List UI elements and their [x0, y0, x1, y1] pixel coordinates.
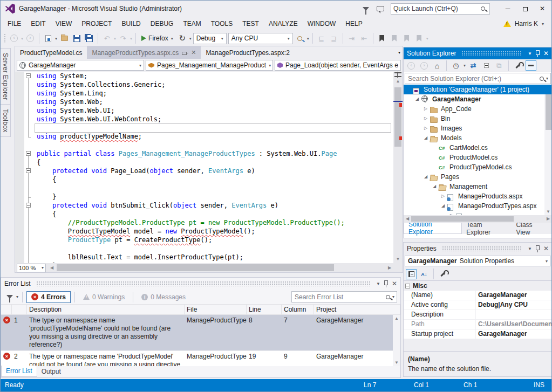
properties-icon[interactable]	[513, 60, 523, 71]
tree-item[interactable]: ◢GarageManager	[404, 94, 552, 104]
save-icon[interactable]	[71, 33, 82, 44]
toolbox-tab[interactable]: Toolbox	[1, 104, 11, 137]
collapse-all-icon[interactable]	[481, 60, 492, 71]
menu-project[interactable]: PROJECT	[77, 17, 117, 31]
filter-icon[interactable]	[6, 295, 13, 299]
save-all-icon[interactable]	[84, 33, 94, 44]
scroll-left-icon[interactable]: ◀	[404, 215, 411, 223]
pin-icon[interactable]	[535, 245, 540, 252]
feedback-icon[interactable]	[377, 6, 384, 11]
property-row[interactable]: PathC:\Users\User\Documen	[404, 320, 552, 329]
collapsed-icon[interactable]: ▷	[423, 106, 428, 111]
collapsed-icon[interactable]: ▷	[423, 126, 428, 130]
code-line-18[interactable]: //ProductTypeModel.ProductType pt = new …	[15, 218, 393, 227]
outdent-icon[interactable]: ⇤	[359, 33, 370, 44]
property-row[interactable]: (Name)GarageManager	[404, 291, 552, 300]
scroll-down-icon[interactable]: ▼	[393, 257, 403, 262]
code-line-7[interactable]	[15, 123, 393, 132]
navigate-forward-icon[interactable]: ›	[25, 33, 36, 44]
platform-dropdown[interactable]: Any CPU ▾	[228, 33, 293, 44]
fold-minus-icon[interactable]	[26, 151, 31, 156]
find-dropdown-icon[interactable]: ▾	[307, 36, 309, 41]
collapse-category-icon[interactable]	[405, 284, 410, 288]
code-line-19[interactable]: ProductTypeModel model = new ProductType…	[15, 227, 393, 236]
document-tab[interactable]: ManageProductTypes.aspx.cs✕	[87, 46, 201, 59]
menu-help[interactable]: HELP	[340, 17, 367, 31]
toolbar-grip[interactable]	[4, 33, 6, 43]
error-list-search-input[interactable]	[292, 293, 386, 301]
previous-bookmark-icon[interactable]	[389, 33, 400, 44]
toolbar-overflow-icon[interactable]: ▾	[426, 36, 428, 41]
start-debugging-button[interactable]: Firefox ▾	[139, 32, 175, 44]
close-icon[interactable]: ✕	[543, 50, 549, 57]
minimize-button[interactable]: ─	[500, 3, 516, 15]
home-icon[interactable]: ⌂	[432, 60, 442, 71]
configuration-dropdown[interactable]: Debug ▾	[193, 33, 227, 44]
scroll-right-icon[interactable]: ▶	[386, 263, 393, 272]
fold-minus-icon[interactable]	[26, 203, 31, 208]
clear-bookmarks-icon[interactable]	[414, 33, 425, 44]
new-file-icon[interactable]	[43, 33, 53, 44]
error-list-title-bar[interactable]: Error List ▼ ✕	[1, 278, 400, 290]
code-line-20[interactable]: ProductType pt = CreateProductType();	[15, 236, 393, 244]
close-icon[interactable]: ✕	[392, 280, 397, 287]
split-window-handle[interactable]	[394, 72, 401, 77]
menu-debug[interactable]: DEBUG	[146, 17, 179, 31]
copy-icon[interactable]: ⧉	[494, 60, 505, 71]
refresh-icon[interactable]: ↻	[177, 33, 188, 44]
tree-item[interactable]: C#ProductTypeModel.cs	[404, 162, 552, 172]
scroll-down-icon[interactable]: ▼	[393, 360, 400, 365]
tree-item[interactable]: ▷App_Code	[404, 104, 552, 114]
menu-file[interactable]: FILE	[3, 17, 26, 31]
solution-explorer-search-input[interactable]	[405, 75, 540, 82]
code-line-22[interactable]: lblResult.Text = model.InsertProductType…	[15, 253, 393, 262]
code-line-12[interactable]: protected void Page_Load(object sender, …	[15, 167, 393, 175]
code-line-6[interactable]: using System.Web.UI.WebControls;	[15, 115, 393, 123]
code-line-15[interactable]: }	[15, 192, 393, 201]
property-value[interactable]: GarageManager	[476, 291, 552, 300]
menu-test[interactable]: TEST	[237, 17, 264, 31]
scrollbar-thumb[interactable]	[57, 264, 334, 271]
tree-item[interactable]: ◢ManageProductTypes.aspx	[404, 201, 552, 211]
column-file[interactable]: File	[185, 305, 247, 314]
comment-icon[interactable]: ⊑	[316, 33, 327, 44]
warnings-filter-button[interactable]: 0 Warnings	[79, 291, 129, 303]
properties-object-dropdown[interactable]: GarageManager Solution Properties ▾	[405, 256, 551, 266]
code-line-5[interactable]: using System.Web.UI;	[15, 106, 393, 115]
collapsed-icon[interactable]: ▷	[423, 116, 428, 121]
code-line-3[interactable]: using System.Linq;	[15, 89, 393, 98]
new-file-dropdown-icon[interactable]: ▾	[55, 36, 57, 41]
property-row[interactable]: Description	[404, 310, 552, 320]
filter-dropdown-icon[interactable]: ▾	[464, 63, 466, 68]
property-pages-icon[interactable]	[438, 269, 448, 279]
account-area[interactable]: Harris K ▾	[503, 20, 544, 27]
code-surface[interactable]: using System;using System.Collections.Ge…	[15, 72, 403, 263]
code-line-4[interactable]: using System.Web;	[15, 98, 393, 106]
scroll-up-icon[interactable]: ▲	[393, 316, 400, 321]
code-line-1[interactable]: using System;	[15, 72, 393, 80]
find-in-files-icon[interactable]	[295, 33, 305, 44]
category-row[interactable]: Misc	[404, 281, 552, 291]
solution-explorer-title-bar[interactable]: Solution Explorer ▼ ✕	[404, 47, 552, 59]
errors-filter-button[interactable]: × 4 Errors	[26, 291, 71, 303]
tree-item[interactable]: ▷ManageProducts.aspx	[404, 191, 552, 201]
uncomment-icon[interactable]: ⊒	[329, 33, 339, 44]
column-project[interactable]: Project	[314, 305, 400, 314]
navigate-back-dropdown-icon[interactable]: ▾	[21, 36, 23, 41]
scroll-up-icon[interactable]: ▲	[393, 79, 403, 84]
editor-vertical-scrollbar[interactable]: ▲ ▼	[393, 72, 403, 263]
zoom-dropdown[interactable]: 100 % ▾	[17, 264, 46, 272]
preview-selected-items-icon[interactable]	[526, 60, 536, 71]
property-value[interactable]: Debug|Any CPU	[476, 300, 552, 310]
column-icon[interactable]	[1, 305, 12, 314]
open-file-icon[interactable]	[59, 33, 70, 44]
code-line-11[interactable]: {	[15, 158, 393, 167]
menu-build[interactable]: BUILD	[117, 17, 145, 31]
properties-title-bar[interactable]: Properties ▼ ✕	[404, 243, 552, 255]
code-line-2[interactable]: using System.Collections.Generic;	[15, 80, 393, 89]
redo-dropdown-icon[interactable]: ▾	[130, 36, 132, 41]
pin-icon[interactable]	[384, 280, 389, 287]
forward-icon[interactable]: ›	[419, 60, 430, 71]
window-position-icon[interactable]: ▼	[376, 281, 380, 286]
back-icon[interactable]: ‹	[406, 60, 417, 71]
